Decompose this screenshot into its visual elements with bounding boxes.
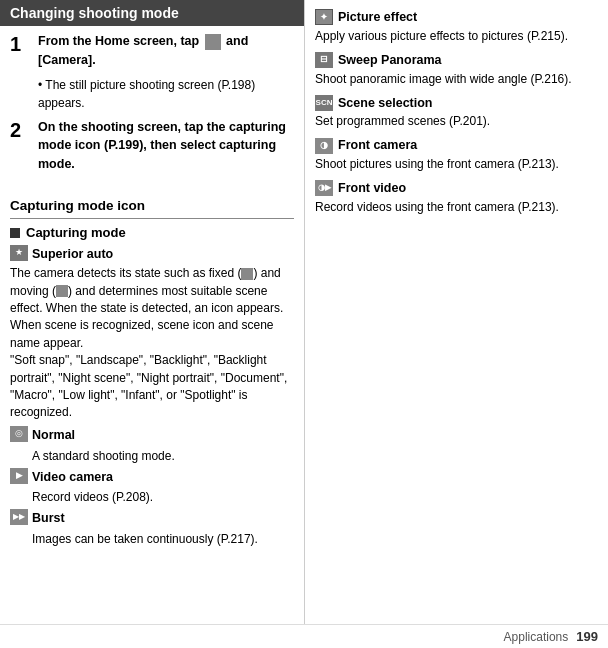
section-title: Changing shooting mode [10,5,179,21]
video-camera-label: Video camera [32,468,113,487]
page-container: Changing shooting mode 1 From the Home s… [0,0,608,648]
superior-auto-label: Superior auto [32,245,113,264]
left-column: Changing shooting mode 1 From the Home s… [0,0,305,648]
capturing-mode-header: Capturing mode [10,223,294,243]
right-item-sweep-panorama: ⊟ Sweep Panorama Shoot panoramic image w… [315,51,598,88]
right-item-scene-selection: SCN Scene selection Set programmed scene… [315,94,598,131]
scene-selection-label: Scene selection [338,94,433,113]
front-video-desc: Record videos using the front camera (P.… [315,198,598,216]
step-1-bold: From the Home screen, tap and [Camera]. [38,34,248,67]
left-content: 1 From the Home screen, tap and [Camera]… [0,26,304,186]
superior-auto-icon: ★ [10,245,28,261]
footer-page-number: 199 [576,629,598,644]
picture-effect-desc: Apply various picture effects to picture… [315,27,598,45]
right-item-front-camera: ◑ Front camera Shoot pictures using the … [315,136,598,173]
step-2-text: On the shooting screen, tap the capturin… [38,118,294,174]
capturing-mode-title: Capturing mode icon [10,196,294,219]
front-camera-header: ◑ Front camera [315,136,598,155]
sweep-panorama-header: ⊟ Sweep Panorama [315,51,598,70]
step-2: 2 On the shooting screen, tap the captur… [10,118,294,174]
front-camera-icon: ◑ [315,138,333,154]
footer: Applications 199 [0,624,608,648]
video-camera-icon: ▶ [10,468,28,484]
video-camera-desc: Record videos (P.208). [32,488,294,506]
right-column: ✦ Picture effect Apply various picture e… [305,0,608,648]
sweep-panorama-desc: Shoot panoramic image with wide angle (P… [315,70,598,88]
front-video-header: ◑▶ Front video [315,179,598,198]
step-1-note: The still picture shooting screen (P.198… [38,76,294,112]
right-item-picture-effect: ✦ Picture effect Apply various picture e… [315,8,598,45]
normal-label: Normal [32,426,75,445]
mode-normal: ◎ Normal [10,426,294,445]
burst-label: Burst [32,509,65,528]
scene-selection-desc: Set programmed scenes (P.201). [315,112,598,130]
step-1-text: From the Home screen, tap and [Camera]. [38,32,294,70]
front-camera-label: Front camera [338,136,417,155]
scene-selection-icon: SCN [315,95,333,111]
superior-auto-desc: The camera detects its state such as fix… [10,265,294,422]
footer-applications-label: Applications [504,630,569,644]
sweep-panorama-label: Sweep Panorama [338,51,442,70]
capture-mode-section: Capturing mode icon Capturing mode ★ Sup… [0,186,304,555]
picture-effect-label: Picture effect [338,8,417,27]
step-1: 1 From the Home screen, tap and [Camera]… [10,32,294,70]
picture-effect-icon: ✦ [315,9,333,25]
front-video-label: Front video [338,179,406,198]
mode-video-camera: ▶ Video camera [10,468,294,487]
square-icon [10,228,20,238]
section-header: Changing shooting mode [0,0,304,26]
normal-icon: ◎ [10,426,28,442]
mode-superior-auto: ★ Superior auto [10,245,294,264]
capturing-mode-label: Capturing mode [26,223,126,243]
scene-selection-header: SCN Scene selection [315,94,598,113]
front-video-icon: ◑▶ [315,180,333,196]
burst-icon: ▶▶ [10,509,28,525]
mode-burst: ▶▶ Burst [10,509,294,528]
sweep-panorama-icon: ⊟ [315,52,333,68]
normal-desc: A standard shooting mode. [32,447,294,465]
step-2-bold: On the shooting screen, tap the capturin… [38,120,286,172]
step-2-num: 2 [10,118,32,142]
picture-effect-header: ✦ Picture effect [315,8,598,27]
front-camera-desc: Shoot pictures using the front camera (P… [315,155,598,173]
burst-desc: Images can be taken continuously (P.217)… [32,530,294,548]
right-item-front-video: ◑▶ Front video Record videos using the f… [315,179,598,216]
step-1-num: 1 [10,32,32,56]
